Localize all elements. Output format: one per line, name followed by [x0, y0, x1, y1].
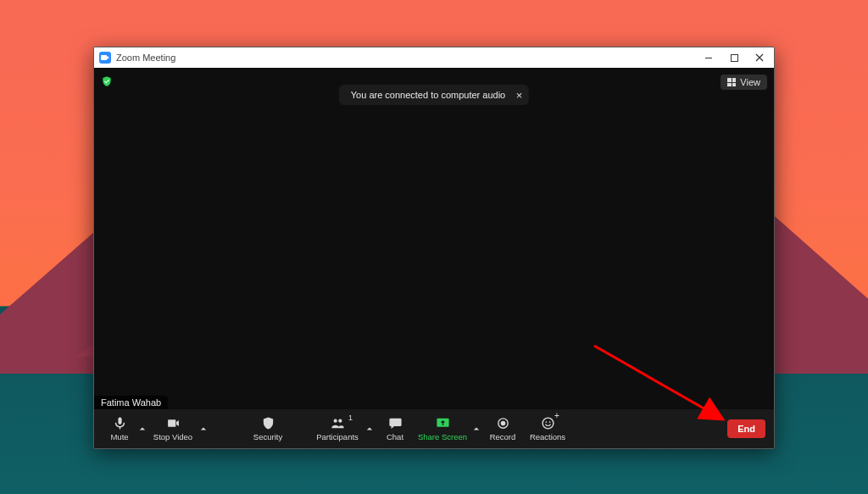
- participants-button[interactable]: 1 Participants: [311, 409, 364, 448]
- video-options-chevron[interactable]: [198, 409, 209, 448]
- record-button[interactable]: Record: [482, 409, 523, 448]
- chevron-up-icon: [366, 425, 373, 432]
- security-button[interactable]: Security: [243, 409, 292, 448]
- window-titlebar[interactable]: Zoom Meeting: [94, 47, 774, 68]
- share-options-chevron[interactable]: [470, 409, 482, 448]
- share-screen-label: Share Screen: [418, 432, 467, 441]
- share-screen-icon: [436, 416, 450, 430]
- chat-label: Chat: [387, 432, 403, 441]
- encryption-shield-icon[interactable]: [101, 75, 113, 88]
- maximize-icon: [731, 54, 738, 62]
- record-icon: [496, 416, 510, 430]
- participants-label: Participants: [316, 432, 359, 441]
- maximize-button[interactable]: [721, 47, 747, 68]
- stop-video-label: Stop Video: [153, 432, 192, 441]
- reactions-smiley-icon: [541, 416, 555, 430]
- end-meeting-button[interactable]: End: [727, 419, 765, 438]
- view-label: View: [740, 77, 760, 87]
- end-label: End: [737, 424, 755, 434]
- svg-point-2: [500, 421, 505, 426]
- minimize-button[interactable]: [696, 47, 721, 68]
- reactions-button[interactable]: + Reactions: [523, 409, 572, 448]
- audio-options-chevron[interactable]: [136, 409, 148, 448]
- stop-video-button[interactable]: Stop Video: [148, 409, 198, 448]
- chevron-up-icon: [139, 425, 146, 432]
- toast-message: You are connected to computer audio: [351, 90, 505, 100]
- audio-connected-toast: You are connected to computer audio ×: [339, 85, 529, 105]
- chevron-up-icon: [200, 425, 207, 432]
- security-label: Security: [253, 432, 282, 441]
- toast-close-button[interactable]: ×: [516, 89, 523, 102]
- participants-options-chevron[interactable]: [364, 409, 376, 448]
- svg-rect-0: [705, 58, 712, 58]
- mute-label: Mute: [110, 432, 128, 441]
- desktop-background: Zoom Meeting View You are co: [0, 0, 868, 494]
- meeting-toolbar: Mute Stop Video Security: [94, 409, 774, 448]
- participant-name: Fatima Wahab: [101, 397, 161, 408]
- zoom-logo-icon: [99, 52, 111, 64]
- svg-point-5: [548, 421, 550, 423]
- chat-bubble-icon: [388, 416, 403, 430]
- minimize-icon: [704, 53, 713, 62]
- chat-button[interactable]: Chat: [376, 409, 415, 448]
- reactions-label: Reactions: [530, 432, 565, 441]
- participants-count-badge: 1: [348, 414, 353, 422]
- svg-point-3: [542, 418, 554, 429]
- window-title: Zoom Meeting: [116, 53, 175, 63]
- view-button[interactable]: View: [721, 75, 767, 90]
- plus-indicator-icon: +: [554, 413, 560, 419]
- record-label: Record: [490, 432, 516, 441]
- close-window-button[interactable]: [747, 47, 772, 68]
- participant-name-badge: Fatima Wahab: [94, 396, 168, 409]
- gallery-view-icon: [727, 78, 736, 86]
- participants-icon: [331, 416, 345, 430]
- chevron-up-icon: [473, 425, 480, 432]
- shield-icon: [261, 416, 275, 430]
- share-screen-button[interactable]: Share Screen: [415, 409, 470, 448]
- microphone-icon: [113, 416, 127, 430]
- zoom-meeting-window: Zoom Meeting View You are co: [93, 47, 775, 449]
- mute-button[interactable]: Mute: [103, 409, 136, 448]
- video-camera-icon: [166, 416, 181, 430]
- svg-point-4: [545, 421, 547, 423]
- meeting-content-area: View You are connected to computer audio…: [94, 68, 774, 409]
- close-icon: [755, 53, 764, 62]
